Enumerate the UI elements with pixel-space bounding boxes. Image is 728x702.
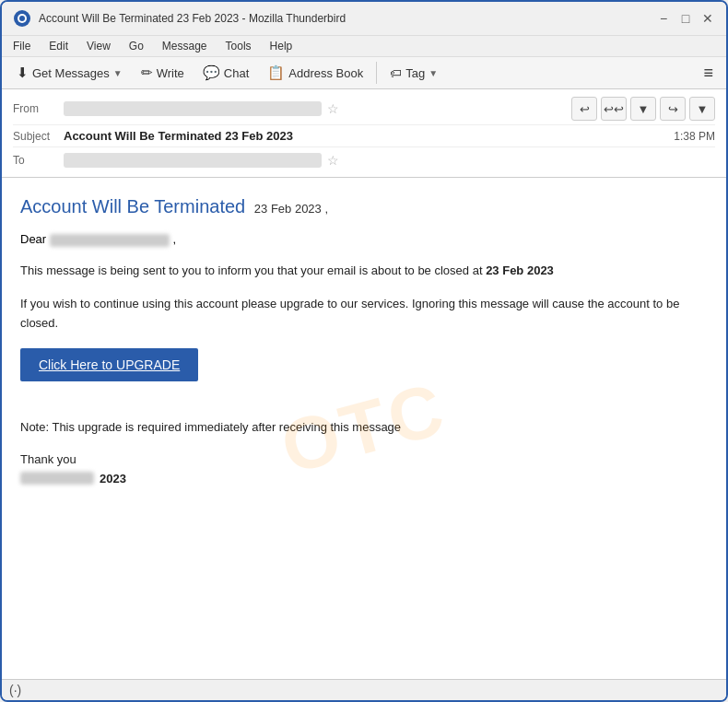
paragraph-1: This message is being sent to you to inf…	[20, 262, 708, 281]
toolbar-menu-button[interactable]: ≡	[698, 62, 719, 85]
signature-year: 2023	[100, 472, 126, 486]
thanks-text: Thank you	[20, 452, 708, 466]
get-messages-icon: ⬇	[17, 64, 29, 81]
email-salutation: Dear ,	[20, 232, 708, 247]
toolbar-separator	[376, 62, 377, 84]
email-heading-date: 23 Feb 2023 ,	[254, 202, 328, 216]
status-bar: (·)	[2, 679, 726, 700]
close-button[interactable]: ✕	[700, 11, 715, 26]
recipient-name-blurred	[50, 234, 170, 247]
from-star-icon[interactable]: ☆	[327, 101, 339, 116]
para1-bold: 23 Feb 2023	[486, 263, 554, 277]
minimize-button[interactable]: −	[656, 11, 671, 26]
menu-edit[interactable]: Edit	[45, 38, 72, 54]
note-text: Note: This upgrade is required immediate…	[20, 418, 708, 438]
chat-button[interactable]: 💬 Chat	[195, 61, 256, 85]
email-header: From ☆ ↩ ↩↩ ▼ ↪ ▼ Subject Account Will B…	[2, 89, 726, 178]
menu-tools[interactable]: Tools	[222, 38, 255, 54]
reply-button[interactable]: ↩	[571, 97, 597, 121]
from-label: From	[13, 102, 64, 115]
to-row: To ☆	[13, 147, 715, 173]
write-button[interactable]: ✏ Write	[134, 61, 192, 85]
email-heading: Account Will Be Terminated	[20, 196, 245, 216]
paragraph-2: If you wish to continue using this accou…	[20, 295, 708, 333]
reply-all-button[interactable]: ↩↩	[601, 97, 627, 121]
title-bar: Account Will Be Terminated 23 Feb 2023 -…	[2, 2, 726, 36]
chat-icon: 💬	[203, 64, 220, 81]
window-controls: − □ ✕	[656, 11, 715, 26]
svg-point-2	[19, 16, 25, 21]
forward-button[interactable]: ↪	[660, 97, 686, 121]
upgrade-button[interactable]: Click Here to UPGRADE	[20, 348, 198, 381]
get-messages-button[interactable]: ⬇ Get Messages ▼	[9, 61, 130, 85]
get-messages-label: Get Messages	[32, 66, 110, 80]
toolbar: ⬇ Get Messages ▼ ✏ Write 💬 Chat 📋 Addres…	[2, 57, 726, 89]
write-label: Write	[157, 66, 184, 80]
to-label: To	[13, 154, 64, 167]
address-book-label: Address Book	[288, 66, 363, 80]
tag-icon: 🏷	[390, 66, 402, 80]
menu-bar: File Edit View Go Message Tools Help	[2, 36, 726, 57]
dear-text: Dear	[20, 232, 46, 246]
tag-dropdown-icon[interactable]: ▼	[429, 68, 438, 78]
maximize-button[interactable]: □	[678, 11, 693, 26]
from-value	[64, 101, 322, 116]
menu-help[interactable]: Help	[266, 38, 297, 54]
from-row: From ☆ ↩ ↩↩ ▼ ↪ ▼	[13, 93, 715, 125]
write-icon: ✏	[141, 64, 153, 81]
email-body: OTC Account Will Be Terminated 23 Feb 20…	[2, 178, 726, 679]
wifi-icon: (·)	[9, 683, 21, 697]
subject-row: Subject Account Will Be Terminated 23 Fe…	[13, 125, 715, 147]
app-icon	[13, 9, 31, 28]
chat-label: Chat	[224, 66, 249, 80]
subject-value: Account Will Be Terminated 23 Feb 2023	[64, 129, 293, 143]
salutation-comma: ,	[172, 232, 176, 246]
more-button[interactable]: ▼	[689, 97, 715, 121]
tag-label: Tag	[405, 66, 425, 80]
to-star-icon[interactable]: ☆	[327, 153, 339, 168]
email-title-line: Account Will Be Terminated 23 Feb 2023 ,	[20, 196, 708, 217]
tag-button[interactable]: 🏷 Tag ▼	[382, 63, 445, 84]
get-messages-dropdown-icon[interactable]: ▼	[113, 68, 123, 78]
email-time: 1:38 PM	[674, 130, 715, 143]
signature-name-blurred	[20, 472, 94, 485]
email-signature: 2023	[20, 472, 708, 486]
menu-message[interactable]: Message	[159, 38, 211, 54]
actions-down-button[interactable]: ▼	[630, 97, 656, 121]
menu-file[interactable]: File	[9, 38, 34, 54]
address-book-button[interactable]: 📋 Address Book	[260, 61, 370, 85]
para1-text: This message is being sent to you to inf…	[20, 263, 483, 277]
to-value	[64, 153, 322, 168]
subject-label: Subject	[13, 130, 64, 143]
window-title: Account Will Be Terminated 23 Feb 2023 -…	[39, 12, 346, 25]
email-actions: ↩ ↩↩ ▼ ↪ ▼	[571, 97, 715, 121]
menu-view[interactable]: View	[83, 38, 114, 54]
address-book-icon: 📋	[267, 64, 285, 81]
menu-go[interactable]: Go	[125, 38, 147, 54]
